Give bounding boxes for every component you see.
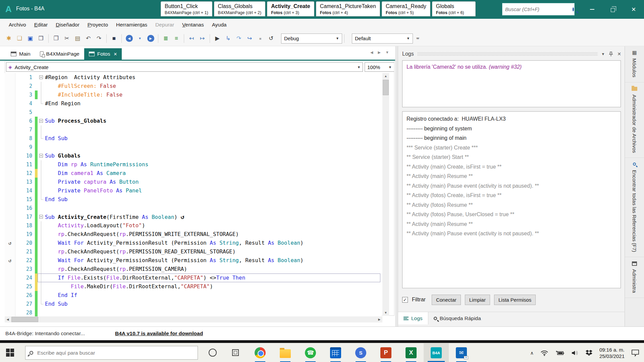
close-tab-icon[interactable]: ✕	[113, 52, 117, 57]
outdent-icon[interactable]: ↤	[186, 34, 197, 44]
step-over-icon[interactable]: ↷	[234, 34, 244, 44]
scroll-up-icon[interactable]: ▲	[382, 73, 389, 79]
taskbar-app-calendar[interactable]	[323, 343, 348, 362]
tab-scroll-right-icon[interactable]: ▶	[378, 50, 380, 55]
cortana-button[interactable]	[209, 349, 217, 357]
tab-logs[interactable]: Logs	[398, 312, 428, 324]
side-tab-find-references[interactable]: Encontrar todas las Referencias (F7)	[625, 158, 644, 257]
panel-menu-icon[interactable]: ▼	[601, 52, 605, 56]
code-line-9[interactable]: 9	[5, 143, 382, 152]
taskbar-app-excel[interactable]: X	[398, 343, 424, 362]
pin-icon[interactable]	[609, 52, 613, 57]
menu-proyecto[interactable]: Proyecto	[84, 19, 112, 30]
tab-scroll-left-icon[interactable]: ◀	[370, 50, 373, 55]
taskbar-app-teams[interactable]: S	[348, 343, 373, 362]
module-tab-globals[interactable]: GlobalsFotos (ctrl + 6)	[432, 1, 476, 16]
code-line-6[interactable]: 6Sub Process_Globals	[5, 117, 382, 125]
panel-splitter[interactable]	[395, 46, 398, 326]
code-line-3[interactable]: 3 #IncludeTitle: False	[5, 90, 382, 99]
clock[interactable]: 09:16 a. m. 25/03/2021	[599, 347, 625, 359]
code-line-24[interactable]: 24 If File.Exists(File.DirRootExternal,"…	[5, 274, 382, 282]
compiler-warnings-box[interactable]: La librería 'Camera2' no se utiliza. (wa…	[402, 60, 621, 107]
menu-ayuda[interactable]: Ayuda	[208, 19, 231, 30]
taskbar-search[interactable]	[25, 346, 198, 360]
vertical-scroll-thumb[interactable]	[383, 80, 389, 95]
permissions-list-button[interactable]: Lista Permisos	[494, 295, 536, 305]
fold-collapse-icon[interactable]	[39, 215, 43, 219]
save-icon[interactable]: ▣	[25, 34, 35, 44]
code-line-23[interactable]: 23 rp.CheckAndRequest(rp.PERMISSION_CAME…	[5, 265, 382, 274]
search-input[interactable]	[505, 6, 573, 12]
menu-diseñador[interactable]: Diseñador	[52, 19, 84, 30]
code-line-15[interactable]: 15End Sub	[5, 195, 382, 204]
minimize-button[interactable]	[582, 0, 602, 19]
filter-checkbox[interactable]: ✓	[402, 297, 408, 303]
indent-icon[interactable]: ↦	[197, 34, 207, 44]
horizontal-scroll-thumb[interactable]	[11, 317, 38, 322]
side-tab-folder[interactable]: Administrador de Archivos	[625, 82, 644, 158]
redo-icon[interactable]: ↷	[94, 34, 104, 44]
code-line-17[interactable]: 17Sub Activity_Create(FirstTime As Boole…	[5, 213, 382, 221]
fold-collapse-icon[interactable]	[39, 154, 43, 158]
panel-close-icon[interactable]: ✕	[617, 51, 621, 57]
logs-panel-header[interactable]: Logs ▼ ✕	[402, 50, 621, 58]
code-editor[interactable]: 1#Region Activity Attributes2 #FullScree…	[5, 73, 382, 318]
step-into-icon[interactable]: ↪	[245, 34, 255, 44]
fold-collapse-icon[interactable]	[39, 119, 43, 123]
editor-zoom-dropdown[interactable]: 100% ▼	[365, 62, 394, 72]
nav-back-icon[interactable]: ◀	[124, 34, 134, 44]
module-tab-camera1_picturetaken[interactable]: Camera1_PictureTakenFotos (ctrl + 4)	[316, 1, 380, 16]
taskbar-app-chrome[interactable]	[248, 343, 273, 362]
taskbar-app-powerpoint[interactable]: P	[373, 343, 398, 362]
build-config-dropdown[interactable]: Default▼	[352, 34, 413, 44]
code-line-1[interactable]: 1#Region Activity Attributes	[5, 73, 382, 82]
code-line-20[interactable]: ↺20 Wait For Activity_PermissionResult (…	[5, 239, 382, 247]
menu-archivo[interactable]: Archivo	[5, 19, 30, 30]
dropbox-icon[interactable]	[585, 350, 593, 356]
code-line-13[interactable]: 13 Private captura As Button	[5, 178, 382, 186]
search-box[interactable]	[502, 3, 575, 15]
nav-forward-icon[interactable]: ▶	[146, 34, 156, 44]
code-line-12[interactable]: 12 Dim camera1 As Camera	[5, 169, 382, 178]
paste-icon[interactable]: ▤	[72, 34, 83, 44]
tab-list-icon[interactable]: ▼	[385, 50, 389, 55]
doc-tab-fotos[interactable]: Fotos✕	[84, 48, 122, 60]
code-line-21[interactable]: 21 rp.CheckAndRequest(rp.PERMISSION_READ…	[5, 247, 382, 256]
code-line-26[interactable]: 26 End If	[5, 291, 382, 300]
restore-button[interactable]	[602, 0, 623, 19]
clear-button[interactable]: Limpiar	[465, 295, 490, 305]
code-line-22[interactable]: ↺22 Wait For Activity_PermissionResult (…	[5, 256, 382, 265]
code-line-2[interactable]: 2 #FullScreen: False	[5, 82, 382, 90]
compile-icon[interactable]: ■	[109, 34, 119, 44]
tray-expand-icon[interactable]: ∧	[530, 350, 534, 356]
start-button[interactable]	[6, 349, 14, 357]
volume-icon[interactable]	[571, 350, 579, 356]
code-line-7[interactable]: 7	[5, 125, 382, 134]
code-line-10[interactable]: 10Sub Globals	[5, 152, 382, 160]
code-line-19[interactable]: 19 rp.CheckAndRequest(rp.PERMISSION_WRIT…	[5, 230, 382, 239]
panel-grip[interactable]	[417, 52, 598, 56]
taskbar-app-file-explorer[interactable]	[273, 343, 298, 362]
scroll-left-icon[interactable]: ◀	[5, 318, 11, 321]
scroll-right-icon[interactable]: ▶	[376, 318, 382, 321]
editor-vertical-scrollbar[interactable]: ▲ ▼	[382, 73, 389, 316]
comment-icon[interactable]: ≣	[161, 34, 171, 44]
wifi-icon[interactable]	[540, 350, 548, 356]
module-tab-button1_click[interactable]: Button1_ClickB4XMainPage (ctrl + 1)	[161, 1, 212, 16]
search-icon[interactable]	[573, 7, 574, 11]
task-view-button[interactable]	[232, 349, 239, 356]
code-line-18[interactable]: 18 Activity.LoadLayout("Foto")	[5, 221, 382, 230]
restart-icon[interactable]: ↺	[266, 34, 276, 44]
code-line-16[interactable]: 16	[5, 204, 382, 213]
toolbar-overflow-icon[interactable]: ▾▾	[416, 36, 419, 41]
update-download-link[interactable]: B4A v10.7 is available for download	[115, 330, 203, 337]
close-button[interactable]: ✕	[623, 0, 644, 19]
code-line-14[interactable]: 14 Private PanelFoto As Panel	[5, 186, 382, 195]
cut-icon[interactable]: ✂	[62, 34, 72, 44]
uncomment-icon[interactable]: ≡	[171, 34, 181, 44]
menu-ventanas[interactable]: Ventanas	[178, 19, 208, 30]
menu-herramientas[interactable]: Herramientas	[112, 19, 151, 30]
code-line-8[interactable]: 8End Sub	[5, 134, 382, 143]
run-icon[interactable]: ▶	[212, 34, 222, 44]
fold-collapse-icon[interactable]	[39, 75, 43, 79]
